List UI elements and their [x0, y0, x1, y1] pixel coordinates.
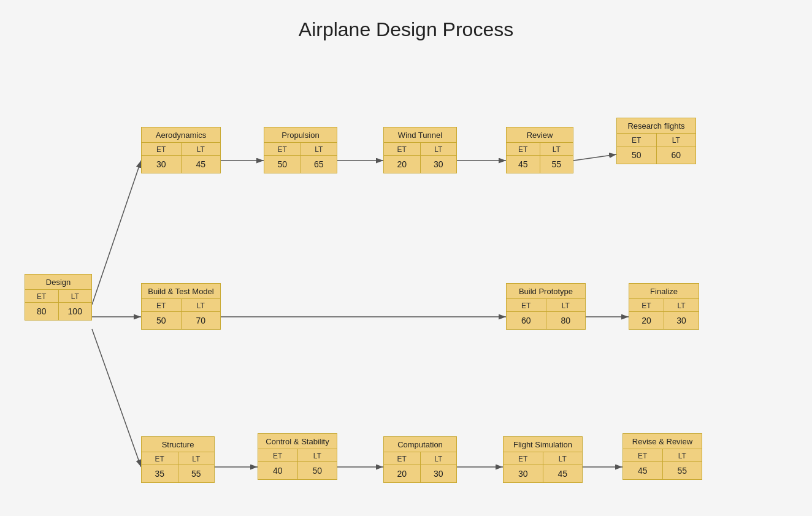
- node-flight-simulation-et-header: ET: [504, 452, 543, 465]
- node-build-test-et-header: ET: [142, 299, 181, 312]
- node-control-stability-title: Control & Stability: [258, 434, 337, 449]
- node-structure: Structure ET 35 LT 55: [141, 436, 215, 483]
- node-review-et-header: ET: [507, 143, 540, 156]
- node-design-et-value: 80: [25, 303, 58, 320]
- node-review: Review ET 45 LT 55: [506, 127, 573, 173]
- node-build-prototype: Build Prototype ET 60 LT 80: [506, 283, 586, 330]
- page-title: Airplane Design Process: [0, 0, 812, 41]
- node-control-stability-et-value: 40: [258, 462, 297, 479]
- node-wind-tunnel-lt-value: 30: [421, 156, 457, 173]
- node-flight-simulation-lt-value: 45: [543, 465, 583, 482]
- node-aerodynamics-lt-value: 45: [182, 156, 221, 173]
- node-computation: Computation ET 20 LT 30: [383, 436, 457, 483]
- node-computation-lt-value: 30: [421, 465, 457, 482]
- node-propulsion-lt-value: 65: [301, 156, 337, 173]
- node-design-lt-value: 100: [59, 303, 92, 320]
- node-design-title: Design: [25, 275, 91, 290]
- node-review-lt-value: 55: [540, 156, 573, 173]
- node-review-lt-header: LT: [540, 143, 573, 156]
- diagram: Design ET 80 LT 100 Aerodynamics ET 30 L…: [0, 47, 812, 516]
- node-flight-simulation-lt-header: LT: [543, 452, 583, 465]
- svg-line-7: [573, 154, 616, 161]
- node-build-prototype-lt-value: 80: [546, 312, 586, 329]
- node-research-flights-et-header: ET: [617, 134, 656, 146]
- node-review-title: Review: [507, 127, 573, 143]
- node-revise-review: Revise & Review ET 45 LT 55: [622, 433, 702, 480]
- node-revise-review-et-header: ET: [623, 449, 662, 462]
- node-finalize-et-header: ET: [629, 299, 664, 312]
- node-build-prototype-et-header: ET: [507, 299, 546, 312]
- node-computation-lt-header: LT: [421, 452, 457, 465]
- node-build-test-et-value: 50: [142, 312, 181, 329]
- node-build-prototype-et-value: 60: [507, 312, 546, 329]
- node-wind-tunnel-lt-header: LT: [421, 143, 457, 156]
- node-design-lt-header: LT: [59, 290, 92, 303]
- node-build-test-lt-value: 70: [182, 312, 221, 329]
- node-revise-review-title: Revise & Review: [623, 434, 702, 449]
- node-revise-review-lt-value: 55: [663, 462, 702, 479]
- node-structure-lt-value: 55: [178, 465, 215, 482]
- node-structure-lt-header: LT: [178, 452, 215, 465]
- node-build-test: Build & Test Model ET 50 LT 70: [141, 283, 221, 330]
- node-propulsion-et-header: ET: [264, 143, 301, 156]
- node-research-flights-lt-value: 60: [657, 146, 696, 164]
- node-finalize-et-value: 20: [629, 312, 664, 329]
- node-computation-et-header: ET: [384, 452, 420, 465]
- node-finalize: Finalize ET 20 LT 30: [629, 283, 699, 330]
- node-aerodynamics-title: Aerodynamics: [142, 127, 220, 143]
- node-structure-et-header: ET: [142, 452, 178, 465]
- node-structure-et-value: 35: [142, 465, 178, 482]
- node-propulsion-lt-header: LT: [301, 143, 337, 156]
- node-wind-tunnel: Wind Tunnel ET 20 LT 30: [383, 127, 457, 173]
- node-aerodynamics-lt-header: LT: [182, 143, 221, 156]
- node-finalize-lt-header: LT: [664, 299, 699, 312]
- node-wind-tunnel-title: Wind Tunnel: [384, 127, 456, 143]
- node-build-prototype-lt-header: LT: [546, 299, 586, 312]
- node-computation-title: Computation: [384, 437, 456, 452]
- node-propulsion-title: Propulsion: [264, 127, 337, 143]
- svg-line-1: [92, 161, 141, 305]
- node-wind-tunnel-et-value: 20: [384, 156, 420, 173]
- node-revise-review-et-value: 45: [623, 462, 662, 479]
- node-control-stability: Control & Stability ET 40 LT 50: [258, 433, 337, 480]
- node-build-test-lt-header: LT: [182, 299, 221, 312]
- node-flight-simulation-et-value: 30: [504, 465, 543, 482]
- node-computation-et-value: 20: [384, 465, 420, 482]
- node-aerodynamics-et-header: ET: [142, 143, 181, 156]
- node-control-stability-et-header: ET: [258, 449, 297, 462]
- node-structure-title: Structure: [142, 437, 214, 452]
- node-design: Design ET 80 LT 100: [25, 274, 92, 321]
- node-control-stability-lt-header: LT: [298, 449, 337, 462]
- node-research-flights-title: Research flights: [617, 118, 695, 134]
- node-propulsion: Propulsion ET 50 LT 65: [264, 127, 337, 173]
- node-propulsion-et-value: 50: [264, 156, 301, 173]
- node-flight-simulation: Flight Simulation ET 30 LT 45: [503, 436, 583, 483]
- node-build-test-title: Build & Test Model: [142, 284, 220, 299]
- node-revise-review-lt-header: LT: [663, 449, 702, 462]
- svg-line-3: [92, 329, 141, 467]
- node-research-flights: Research flights ET 50 LT 60: [616, 118, 696, 164]
- node-research-flights-lt-header: LT: [657, 134, 696, 146]
- node-control-stability-lt-value: 50: [298, 462, 337, 479]
- node-aerodynamics: Aerodynamics ET 30 LT 45: [141, 127, 221, 173]
- node-design-et-header: ET: [25, 290, 58, 303]
- node-aerodynamics-et-value: 30: [142, 156, 181, 173]
- node-flight-simulation-title: Flight Simulation: [504, 437, 582, 452]
- node-review-et-value: 45: [507, 156, 540, 173]
- node-finalize-title: Finalize: [629, 284, 699, 299]
- node-research-flights-et-value: 50: [617, 146, 656, 164]
- node-finalize-lt-value: 30: [664, 312, 699, 329]
- node-wind-tunnel-et-header: ET: [384, 143, 420, 156]
- node-build-prototype-title: Build Prototype: [507, 284, 585, 299]
